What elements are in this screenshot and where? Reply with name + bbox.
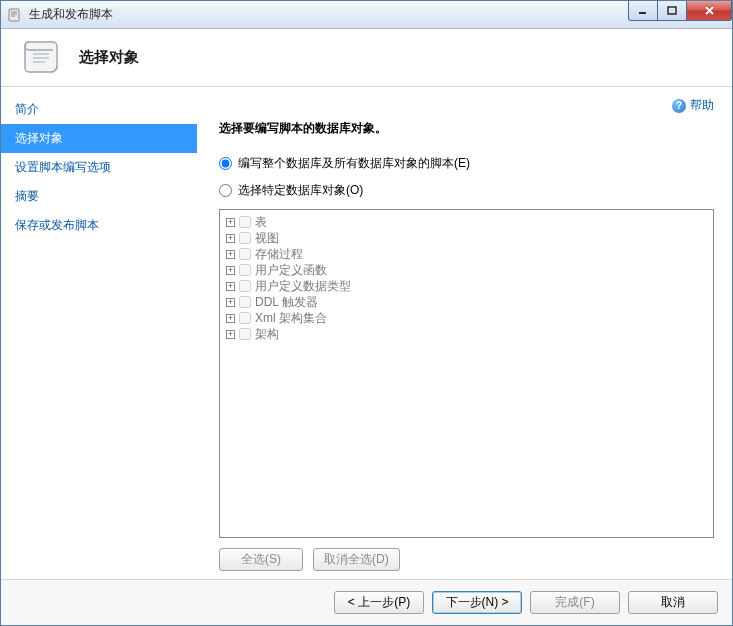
tree-checkbox[interactable] bbox=[239, 264, 251, 276]
svg-rect-2 bbox=[668, 7, 676, 14]
window-controls bbox=[629, 1, 732, 21]
help-label: 帮助 bbox=[690, 97, 714, 114]
svg-rect-0 bbox=[9, 9, 19, 21]
tree-checkbox[interactable] bbox=[239, 248, 251, 260]
radio-script-all[interactable]: 编写整个数据库及所有数据库对象的脚本(E) bbox=[219, 155, 714, 172]
tree-checkbox[interactable] bbox=[239, 328, 251, 340]
tree-label: 存储过程 bbox=[255, 246, 303, 263]
next-button[interactable]: 下一步(N) > bbox=[432, 591, 522, 614]
cancel-button[interactable]: 取消 bbox=[628, 591, 718, 614]
expand-icon[interactable]: + bbox=[226, 282, 235, 291]
radio-script-specific-input[interactable] bbox=[219, 184, 232, 197]
window-title: 生成和发布脚本 bbox=[29, 6, 113, 23]
sidebar-item-set-options[interactable]: 设置脚本编写选项 bbox=[1, 153, 197, 182]
script-icon bbox=[21, 36, 65, 80]
expand-icon[interactable]: + bbox=[226, 266, 235, 275]
minimize-button[interactable] bbox=[628, 1, 658, 21]
radio-script-specific-label: 选择特定数据库对象(O) bbox=[238, 182, 363, 199]
tree-item-udt[interactable]: + 用户定义数据类型 bbox=[222, 278, 711, 294]
tree-item-schema[interactable]: + 架构 bbox=[222, 326, 711, 342]
tree-label: 视图 bbox=[255, 230, 279, 247]
select-all-button[interactable]: 全选(S) bbox=[219, 548, 303, 571]
tree-label: 表 bbox=[255, 214, 267, 231]
instruction-text: 选择要编写脚本的数据库对象。 bbox=[219, 120, 714, 137]
tree-item-views[interactable]: + 视图 bbox=[222, 230, 711, 246]
sidebar-item-intro[interactable]: 简介 bbox=[1, 95, 197, 124]
expand-icon[interactable]: + bbox=[226, 234, 235, 243]
radio-script-all-label: 编写整个数据库及所有数据库对象的脚本(E) bbox=[238, 155, 470, 172]
sidebar-item-summary[interactable]: 摘要 bbox=[1, 182, 197, 211]
prev-button[interactable]: < 上一步(P) bbox=[334, 591, 424, 614]
tree-checkbox[interactable] bbox=[239, 296, 251, 308]
tree-label: DDL 触发器 bbox=[255, 294, 318, 311]
expand-icon[interactable]: + bbox=[226, 330, 235, 339]
tree-checkbox[interactable] bbox=[239, 312, 251, 324]
radio-script-specific[interactable]: 选择特定数据库对象(O) bbox=[219, 182, 714, 199]
tree-label: 用户定义数据类型 bbox=[255, 278, 351, 295]
tree-checkbox[interactable] bbox=[239, 280, 251, 292]
footer: < 上一步(P) 下一步(N) > 完成(F) 取消 bbox=[1, 579, 732, 625]
expand-icon[interactable]: + bbox=[226, 218, 235, 227]
tree-item-ddltrig[interactable]: + DDL 触发器 bbox=[222, 294, 711, 310]
maximize-button[interactable] bbox=[657, 1, 687, 21]
tree-label: 用户定义函数 bbox=[255, 262, 327, 279]
header: 选择对象 bbox=[1, 29, 732, 87]
sidebar: 简介 选择对象 设置脚本编写选项 摘要 保存或发布脚本 bbox=[1, 87, 197, 579]
tree-checkbox[interactable] bbox=[239, 216, 251, 228]
deselect-all-button[interactable]: 取消全选(D) bbox=[313, 548, 400, 571]
help-row: ? 帮助 bbox=[219, 97, 714, 114]
selection-buttons: 全选(S) 取消全选(D) bbox=[219, 548, 714, 571]
tree-item-xmlschema[interactable]: + Xml 架构集合 bbox=[222, 310, 711, 326]
object-tree: + 表 + 视图 + 存储过程 + 用户定义函数 bbox=[219, 209, 714, 538]
page-title: 选择对象 bbox=[79, 48, 139, 67]
tree-checkbox[interactable] bbox=[239, 232, 251, 244]
tree-item-sprocs[interactable]: + 存储过程 bbox=[222, 246, 711, 262]
help-link[interactable]: ? 帮助 bbox=[672, 97, 714, 114]
tree-label: Xml 架构集合 bbox=[255, 310, 327, 327]
sidebar-item-save-publish[interactable]: 保存或发布脚本 bbox=[1, 211, 197, 240]
tree-item-udf[interactable]: + 用户定义函数 bbox=[222, 262, 711, 278]
body: 简介 选择对象 设置脚本编写选项 摘要 保存或发布脚本 ? 帮助 选择要编写脚本… bbox=[1, 87, 732, 579]
main-panel: ? 帮助 选择要编写脚本的数据库对象。 编写整个数据库及所有数据库对象的脚本(E… bbox=[197, 87, 732, 579]
titlebar: 生成和发布脚本 bbox=[1, 1, 732, 29]
sidebar-item-choose-objects[interactable]: 选择对象 bbox=[1, 124, 197, 153]
radio-script-all-input[interactable] bbox=[219, 157, 232, 170]
expand-icon[interactable]: + bbox=[226, 314, 235, 323]
close-button[interactable] bbox=[686, 1, 732, 21]
expand-icon[interactable]: + bbox=[226, 298, 235, 307]
tree-label: 架构 bbox=[255, 326, 279, 343]
expand-icon[interactable]: + bbox=[226, 250, 235, 259]
tree-item-tables[interactable]: + 表 bbox=[222, 214, 711, 230]
app-icon bbox=[7, 7, 23, 23]
help-icon: ? bbox=[672, 99, 686, 113]
finish-button[interactable]: 完成(F) bbox=[530, 591, 620, 614]
wizard-window: 生成和发布脚本 选择对象 简介 选择对象 设置脚本编写选项 摘要 保存或发布脚本 bbox=[0, 0, 733, 626]
